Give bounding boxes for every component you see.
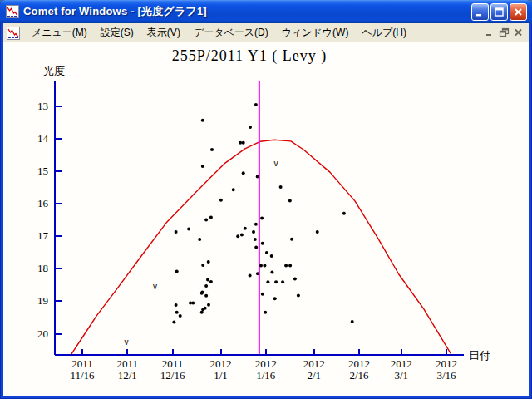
menu-item-menu[interactable]: メニュー(M) bbox=[25, 23, 94, 42]
mdi-minimize-icon bbox=[485, 27, 495, 37]
data-point bbox=[210, 148, 214, 151]
title-bar[interactable]: Comet for Windows - [光度グラフ1] bbox=[0, 0, 532, 23]
menu-bar: メニュー(M)設定(S)表示(V)データベース(D)ウィンドウ(W)ヘルプ(H) bbox=[3, 23, 529, 43]
data-point bbox=[290, 238, 293, 241]
x-tick-label-date: 2/16 bbox=[349, 369, 369, 382]
y-tick-label: 15 bbox=[37, 165, 48, 177]
data-point bbox=[209, 216, 213, 219]
data-point bbox=[249, 126, 252, 129]
data-point bbox=[281, 280, 284, 283]
app-icon[interactable] bbox=[6, 5, 19, 18]
data-point bbox=[342, 212, 346, 215]
data-point bbox=[284, 264, 288, 267]
data-point bbox=[256, 175, 259, 179]
window-title: Comet for Windows - [光度グラフ1] bbox=[23, 4, 207, 19]
mdi-minimize-button[interactable] bbox=[483, 26, 497, 39]
data-point bbox=[261, 242, 264, 245]
data-point bbox=[209, 280, 213, 283]
x-tick-label-date: 2/1 bbox=[307, 369, 321, 382]
data-point bbox=[201, 264, 204, 267]
data-point bbox=[265, 251, 268, 254]
data-point bbox=[288, 200, 292, 203]
x-tick-label-year: 2011 bbox=[162, 357, 184, 370]
model-curve bbox=[71, 140, 451, 354]
data-point bbox=[179, 314, 182, 318]
x-tick-label-date: 1/16 bbox=[256, 369, 276, 382]
menu-item-settings[interactable]: 設定(S) bbox=[94, 23, 140, 42]
data-point bbox=[254, 103, 258, 106]
data-point bbox=[273, 297, 277, 300]
y-tick-label: 17 bbox=[37, 229, 49, 242]
data-point bbox=[254, 246, 258, 249]
menu-item-window[interactable]: ウィンドウ(W) bbox=[275, 23, 356, 42]
data-point bbox=[316, 230, 319, 234]
minimize-button[interactable] bbox=[471, 3, 489, 21]
data-point bbox=[200, 311, 204, 314]
y-tick-label: 16 bbox=[37, 197, 49, 209]
mdi-window-controls bbox=[483, 26, 525, 39]
y-axis-title: 光度 bbox=[43, 65, 65, 77]
data-point bbox=[261, 293, 264, 296]
menu-item-database[interactable]: データベース(D) bbox=[187, 23, 275, 42]
x-tick-label-year: 2012 bbox=[255, 357, 277, 370]
upper-limit-marker: v bbox=[153, 282, 157, 291]
x-tick-label-date: 12/16 bbox=[160, 369, 185, 382]
chart-canvas: 255P/2011 Y1 ( Levy ) 131415161718192020… bbox=[3, 42, 529, 396]
data-point bbox=[204, 219, 208, 222]
x-axis-title: 日付 bbox=[469, 349, 490, 362]
y-tick-label: 13 bbox=[37, 100, 48, 112]
mdi-restore-button[interactable] bbox=[497, 26, 511, 39]
data-point bbox=[351, 320, 354, 323]
menu-item-help[interactable]: ヘルプ(H) bbox=[355, 23, 413, 42]
close-button[interactable] bbox=[510, 3, 527, 21]
data-point bbox=[240, 234, 244, 237]
data-point bbox=[200, 292, 204, 295]
x-tick-label-year: 2012 bbox=[303, 357, 325, 370]
light-curve-chart: 1314151617181920201111/16201112/1201112/… bbox=[3, 42, 529, 396]
y-tick-label: 19 bbox=[37, 294, 48, 307]
x-tick-label-date: 12/1 bbox=[118, 369, 137, 382]
x-tick-label-year: 2012 bbox=[348, 357, 370, 370]
x-tick-label-date: 11/16 bbox=[70, 369, 95, 382]
x-tick-label-year: 2012 bbox=[436, 357, 457, 370]
x-tick-label-date: 1/1 bbox=[214, 369, 228, 382]
upper-limit-marker: v bbox=[274, 159, 278, 168]
data-point bbox=[198, 238, 201, 241]
mdi-close-button[interactable] bbox=[511, 26, 525, 39]
data-point bbox=[175, 303, 178, 307]
data-point bbox=[270, 254, 273, 258]
data-point bbox=[293, 277, 297, 280]
data-point bbox=[242, 141, 245, 145]
x-tick-label-year: 2011 bbox=[117, 357, 139, 370]
data-point bbox=[201, 119, 204, 122]
data-point bbox=[260, 217, 264, 220]
data-point bbox=[236, 234, 239, 238]
data-point bbox=[252, 230, 255, 234]
data-point bbox=[274, 280, 278, 283]
data-point bbox=[175, 311, 179, 314]
y-tick-label: 20 bbox=[37, 328, 48, 340]
data-point bbox=[266, 280, 269, 283]
maximize-icon bbox=[494, 7, 505, 17]
data-point bbox=[254, 223, 258, 226]
data-point bbox=[288, 264, 292, 267]
document-icon[interactable] bbox=[7, 27, 20, 40]
data-point bbox=[242, 171, 245, 175]
data-point bbox=[239, 141, 242, 145]
data-point bbox=[232, 188, 235, 191]
data-point bbox=[207, 260, 210, 264]
data-point bbox=[254, 238, 257, 241]
menu-items: メニュー(M)設定(S)表示(V)データベース(D)ウィンドウ(W)ヘルプ(H) bbox=[25, 23, 413, 42]
data-point bbox=[297, 293, 300, 297]
minimize-icon bbox=[475, 7, 485, 17]
data-point bbox=[207, 303, 210, 307]
data-point bbox=[244, 227, 247, 230]
mdi-close-icon bbox=[513, 27, 524, 37]
y-tick-label: 14 bbox=[37, 132, 49, 145]
data-point bbox=[270, 271, 273, 274]
x-tick-label-date: 3/16 bbox=[436, 369, 456, 382]
data-point bbox=[249, 274, 252, 278]
menu-item-view[interactable]: 表示(V) bbox=[140, 23, 187, 42]
maximize-button[interactable] bbox=[490, 3, 508, 21]
app-window: Comet for Windows - [光度グラフ1] bbox=[0, 0, 532, 399]
